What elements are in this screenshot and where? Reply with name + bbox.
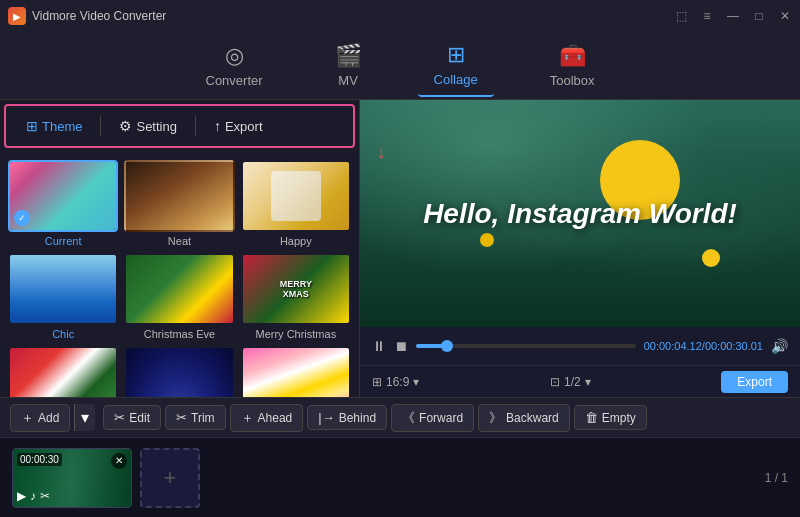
theme-button[interactable]: ⊞ Theme — [16, 114, 92, 138]
backward-label: Backward — [506, 411, 559, 425]
pause-button[interactable]: ⏸ — [372, 338, 386, 354]
ahead-button[interactable]: ＋ Ahead — [230, 404, 304, 432]
nav-tabs: ◎ Converter 🎬 MV ⊞ Collage 🧰 Toolbox — [0, 32, 800, 100]
setting-gear-icon: ⚙ — [119, 118, 132, 134]
forward-label: Forward — [419, 411, 463, 425]
theme-chic-label: Chic — [52, 328, 74, 340]
yellow-circle-small — [702, 249, 720, 267]
mv-icon: 🎬 — [335, 43, 362, 69]
empty-label: Empty — [602, 411, 636, 425]
theme-label: Theme — [42, 119, 82, 134]
theme-item-merry-christmas[interactable]: MERRYXMAS Merry Christmas — [241, 253, 351, 340]
theme-item-santa-claus[interactable]: Santa Claus — [8, 346, 118, 397]
preview-area: Hello, Instagram World! — [360, 100, 800, 327]
theme-item-neat[interactable]: Neat — [124, 160, 234, 247]
theme-thumb-neat — [124, 160, 234, 232]
setting-button[interactable]: ⚙ Setting — [109, 114, 186, 138]
export-button[interactable]: Export — [721, 371, 788, 393]
preview-text: Hello, Instagram World! — [423, 198, 737, 230]
main-content: ⊞ Theme ⚙ Setting ↑ Export ✓ Curr — [0, 100, 800, 397]
title-bar: ▶ Vidmore Video Converter ⬚ ≡ — □ ✕ — [0, 0, 800, 32]
add-label: Add — [38, 411, 59, 425]
panel-divider2 — [195, 116, 196, 136]
close-button[interactable]: ✕ — [778, 9, 792, 23]
ahead-icon: ＋ — [241, 409, 254, 427]
progress-bar[interactable] — [416, 344, 636, 348]
theme-thumb-stripes-waves — [241, 346, 351, 397]
forward-button[interactable]: 《 Forward — [391, 404, 474, 432]
setting-label: Setting — [136, 119, 176, 134]
panel-toolbar: ⊞ Theme ⚙ Setting ↑ Export — [4, 104, 355, 148]
panel-divider — [100, 116, 101, 136]
player-controls: ⏸ ⏹ 00:00:04.12/00:00:30.01 🔊 — [360, 327, 800, 365]
chat-icon-btn[interactable]: ⬚ — [674, 9, 688, 23]
export-panel-label: Export — [225, 119, 263, 134]
empty-trash-icon: 🗑 — [585, 410, 598, 425]
volume-button[interactable]: 🔊 — [771, 338, 788, 354]
theme-item-current[interactable]: ✓ Current — [8, 160, 118, 247]
theme-thumb-santa-claus — [8, 346, 118, 397]
ratio-value: 16:9 — [386, 375, 409, 389]
bottom-toolbar: ＋ Add ▾ ✂ Edit ✂ Trim ＋ Ahead |→ Behind … — [0, 397, 800, 437]
collage-icon: ⊞ — [447, 42, 465, 68]
timeline-close-button[interactable]: ✕ — [111, 453, 127, 469]
right-panel: Hello, Instagram World! ⏸ ⏹ 00:00:04.12/… — [360, 100, 800, 397]
theme-thumb-chic — [8, 253, 118, 325]
theme-current-label: Current — [45, 235, 82, 247]
quality-value: 1/2 — [564, 375, 581, 389]
tab-mv-label: MV — [338, 73, 358, 88]
player-bottom: ⊞ 16:9 ▾ ⊡ 1/2 ▾ Export — [360, 365, 800, 397]
cut-mini-icon: ✂ — [40, 489, 50, 503]
maximize-button[interactable]: □ — [752, 9, 766, 23]
theme-thumb-snowy-night — [124, 346, 234, 397]
trim-icon: ✂ — [176, 410, 187, 425]
page-counter: 1 / 1 — [765, 471, 788, 485]
behind-button[interactable]: |→ Behind — [307, 405, 387, 430]
edit-label: Edit — [129, 411, 150, 425]
add-button[interactable]: ＋ Add — [10, 404, 70, 432]
progress-handle — [441, 340, 453, 352]
theme-thumb-christmas-eve — [124, 253, 234, 325]
quality-selector[interactable]: ⊡ 1/2 ▾ — [550, 375, 591, 389]
tab-collage-label: Collage — [434, 72, 478, 87]
ratio-dropdown-icon: ▾ — [413, 375, 419, 389]
audio-mini-icon: ♪ — [30, 489, 36, 503]
toolbox-icon: 🧰 — [559, 43, 586, 69]
theme-christmas-eve-label: Christmas Eve — [144, 328, 216, 340]
backward-button[interactable]: 》 Backward — [478, 404, 570, 432]
themes-grid: ✓ Current Neat Happy — [0, 152, 359, 397]
selected-check-icon: ✓ — [14, 210, 30, 226]
timeline-item[interactable]: 00:00:30 ▶ ♪ ✂ ✕ — [12, 448, 132, 508]
ratio-selector[interactable]: ⊞ 16:9 ▾ — [372, 375, 419, 389]
theme-item-christmas-eve[interactable]: Christmas Eve — [124, 253, 234, 340]
time-display: 00:00:04.12/00:00:30.01 — [644, 340, 763, 352]
tab-toolbox[interactable]: 🧰 Toolbox — [534, 35, 611, 96]
tab-mv[interactable]: 🎬 MV — [319, 35, 378, 96]
stop-button[interactable]: ⏹ — [394, 338, 408, 354]
tab-converter[interactable]: ◎ Converter — [190, 35, 279, 96]
minimize-button[interactable]: — — [726, 9, 740, 23]
tab-collage[interactable]: ⊞ Collage — [418, 34, 494, 97]
theme-item-chic[interactable]: Chic — [8, 253, 118, 340]
ratio-icon: ⊞ — [372, 375, 382, 389]
add-dropdown-icon[interactable]: ▾ — [74, 404, 95, 431]
theme-thumb-merry-christmas: MERRYXMAS — [241, 253, 351, 325]
trim-button[interactable]: ✂ Trim — [165, 405, 226, 430]
title-bar-controls: ⬚ ≡ — □ ✕ — [674, 9, 792, 23]
timeline-media-icons: ▶ ♪ ✂ — [17, 489, 50, 503]
edit-button[interactable]: ✂ Edit — [103, 405, 161, 430]
menu-icon-btn[interactable]: ≡ — [700, 9, 714, 23]
theme-item-stripes-waves[interactable]: Stripes & Waves — [241, 346, 351, 397]
theme-item-happy[interactable]: Happy — [241, 160, 351, 247]
yellow-circle-tiny — [480, 233, 494, 247]
theme-item-snowy-night[interactable]: Snowy Night — [124, 346, 234, 397]
empty-button[interactable]: 🗑 Empty — [574, 405, 647, 430]
export-panel-button[interactable]: ↑ Export — [204, 114, 273, 138]
timeline-add-button[interactable]: + — [140, 448, 200, 508]
left-panel: ⊞ Theme ⚙ Setting ↑ Export ✓ Curr — [0, 100, 360, 397]
app-title: Vidmore Video Converter — [32, 9, 166, 23]
theme-grid-icon: ⊞ — [26, 118, 38, 134]
theme-neat-label: Neat — [168, 235, 191, 247]
theme-happy-label: Happy — [280, 235, 312, 247]
quality-dropdown-icon: ▾ — [585, 375, 591, 389]
